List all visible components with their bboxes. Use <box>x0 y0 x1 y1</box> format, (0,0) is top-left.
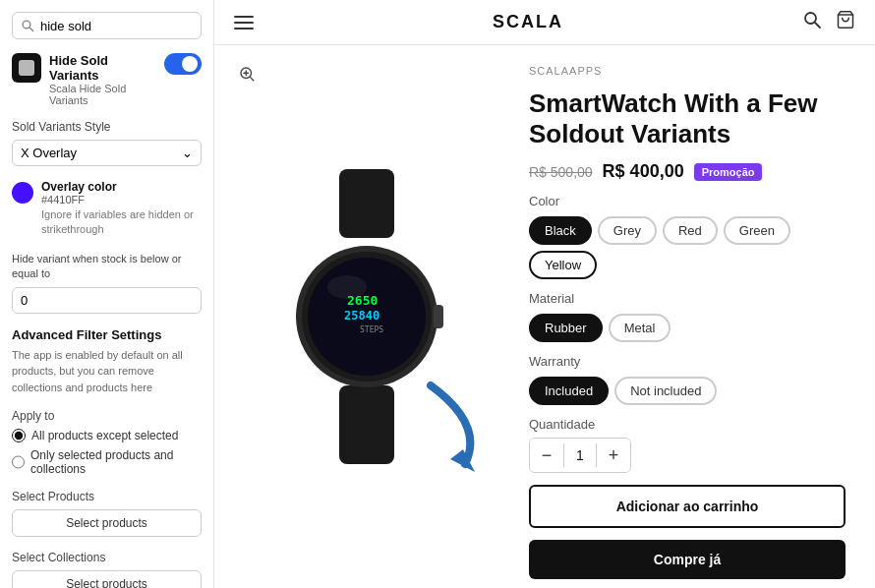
overlay-color-label: Overlay color <box>41 180 202 194</box>
product-watch-image: 2650 25840 STEPS <box>259 159 475 474</box>
nav-icons <box>802 10 855 34</box>
select-collections-button[interactable]: Select products <box>12 570 202 588</box>
overlay-color-section: Overlay color #4410FF Ignore if variable… <box>12 180 202 238</box>
search-box: ✕ <box>12 12 202 39</box>
price-current: R$ 400,00 <box>603 161 684 182</box>
color-swatch[interactable] <box>12 182 33 204</box>
advanced-label: Advanced Filter Settings <box>12 327 202 342</box>
color-label: Color <box>529 194 846 208</box>
app-icon <box>12 53 41 83</box>
price-original: R$ 500,00 <box>529 164 593 180</box>
material-label: Material <box>529 291 846 306</box>
zoom-icon[interactable] <box>238 65 256 87</box>
hamburger-line <box>234 16 254 18</box>
warranty-option-not-included[interactable]: Not included <box>614 377 717 405</box>
cart-nav-icon[interactable] <box>836 10 855 34</box>
radio-all-label: All products except selected <box>31 429 178 442</box>
app-name: Hide Sold Variants <box>49 53 156 83</box>
left-panel: ✕ Hide Sold Variants Scala Hide Sold Var… <box>0 0 214 588</box>
search-nav-icon[interactable] <box>802 10 822 34</box>
app-toggle[interactable] <box>164 53 202 75</box>
color-section: Color Black Grey Red Green Yellow <box>529 194 846 279</box>
quantity-section: Quantidade − 1 + <box>529 417 846 473</box>
app-info: Hide Sold Variants Scala Hide Sold Varia… <box>49 53 156 106</box>
select-collections-section: Select Collections Select products <box>12 551 202 588</box>
chevron-down-icon: ⌄ <box>182 146 193 160</box>
qty-decrease-button[interactable]: − <box>530 439 563 472</box>
apply-to-section: Apply to All products except selected On… <box>12 409 202 476</box>
apply-to-label: Apply to <box>12 409 202 423</box>
color-option-green[interactable]: Green <box>724 216 790 245</box>
brand-tag: SCALAAPPS <box>529 65 846 77</box>
stock-input[interactable] <box>12 287 202 314</box>
search-icon <box>21 19 34 32</box>
add-to-cart-button[interactable]: Adicionar ao carrinho <box>529 485 846 528</box>
select-products-label: Select Products <box>12 490 202 503</box>
select-products-button[interactable]: Select products <box>12 509 202 537</box>
advanced-note: The app is enabled by default on all pro… <box>12 347 202 396</box>
color-option-red[interactable]: Red <box>663 216 718 245</box>
sold-variants-style-select[interactable]: X Overlay ⌄ <box>12 140 202 166</box>
advanced-filter-section: Advanced Filter Settings The app is enab… <box>12 327 202 396</box>
svg-rect-9 <box>339 169 394 238</box>
qty-label: Quantidade <box>529 417 846 432</box>
color-option-black[interactable]: Black <box>529 216 592 245</box>
svg-point-19 <box>327 275 367 299</box>
material-option-metal[interactable]: Metal <box>609 314 671 342</box>
radio-all-products[interactable]: All products except selected <box>12 429 202 442</box>
radio-selected-label: Only selected products and collections <box>30 448 202 476</box>
color-options: Black Grey Red Green Yellow <box>529 216 846 279</box>
overlay-color-hex: #4410FF <box>41 194 202 206</box>
overlay-color-note: Ignore if variables are hidden or strike… <box>41 207 202 238</box>
warranty-options: Included Not included <box>529 377 846 405</box>
hide-stock-section: Hide variant when stock is below or equa… <box>12 252 202 314</box>
svg-line-3 <box>815 23 820 28</box>
product-area: 2650 25840 STEPS SCALAAPPS SmartWatch Wi… <box>214 45 875 588</box>
svg-text:STEPS: STEPS <box>360 325 383 334</box>
svg-rect-18 <box>434 305 443 328</box>
select-value: X Overlay <box>21 146 77 160</box>
qty-increase-button[interactable]: + <box>597 439 630 472</box>
product-title: SmartWatch With a Few Soldout Variants <box>529 88 846 149</box>
top-nav: SCALA <box>214 0 875 45</box>
warranty-option-included[interactable]: Included <box>529 377 609 405</box>
brand-logo: SCALA <box>493 12 563 32</box>
product-details: SCALAAPPS SmartWatch With a Few Soldout … <box>519 45 875 588</box>
svg-text:25840: 25840 <box>344 309 379 323</box>
svg-line-1 <box>29 28 32 31</box>
color-info: Overlay color #4410FF Ignore if variable… <box>41 180 202 238</box>
warranty-label: Warranty <box>529 354 846 369</box>
main-area: SCALA <box>214 0 875 588</box>
sold-variants-style-section: Sold Variants Style X Overlay ⌄ <box>12 120 202 166</box>
color-option-grey[interactable]: Grey <box>598 216 657 245</box>
promo-badge: Promoção <box>694 163 763 181</box>
search-input[interactable] <box>40 19 205 33</box>
qty-value: 1 <box>563 443 597 467</box>
warranty-section: Warranty Included Not included <box>529 354 846 405</box>
hamburger-line <box>234 28 254 29</box>
app-subtitle: Scala Hide Sold Variants <box>49 83 156 106</box>
hamburger-menu[interactable] <box>234 16 254 29</box>
radio-selected-products[interactable]: Only selected products and collections <box>12 448 202 476</box>
select-collections-label: Select Collections <box>12 551 202 564</box>
toggle-slider <box>164 53 202 75</box>
color-option-yellow[interactable]: Yellow <box>529 251 597 279</box>
qty-control: − 1 + <box>529 438 631 473</box>
app-row: Hide Sold Variants Scala Hide Sold Varia… <box>12 53 202 106</box>
svg-point-2 <box>805 13 816 24</box>
material-options: Rubber Metal <box>529 314 846 342</box>
hamburger-line <box>234 22 254 24</box>
sold-variants-style-label: Sold Variants Style <box>12 120 202 134</box>
material-section: Material Rubber Metal <box>529 291 846 342</box>
buy-now-button[interactable]: Compre já <box>529 540 846 579</box>
hide-stock-label: Hide variant when stock is below or equa… <box>12 252 202 282</box>
svg-line-6 <box>250 77 253 80</box>
product-image-area: 2650 25840 STEPS <box>214 45 519 588</box>
material-option-rubber[interactable]: Rubber <box>529 314 603 342</box>
svg-rect-10 <box>339 385 394 464</box>
select-products-section: Select Products Select products <box>12 490 202 537</box>
price-row: R$ 500,00 R$ 400,00 Promoção <box>529 161 846 182</box>
